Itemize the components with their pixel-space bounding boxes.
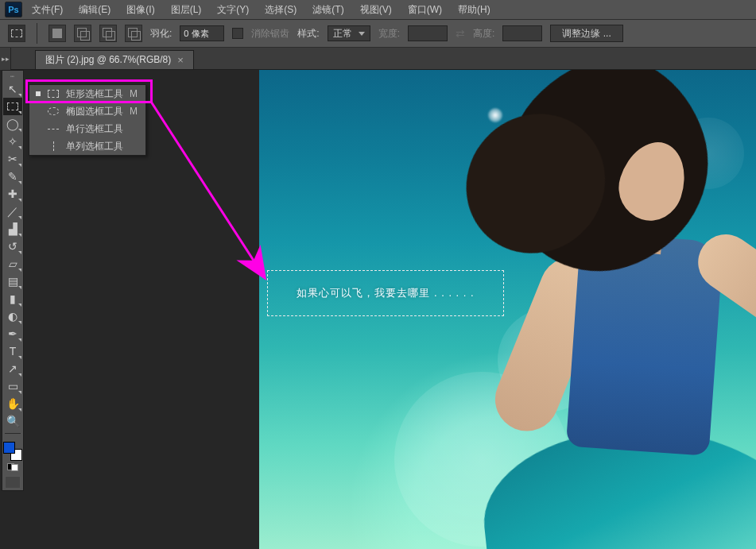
antialias-checkbox[interactable]: [232, 28, 243, 39]
lasso-tool[interactable]: ◯: [3, 115, 22, 133]
type-tool[interactable]: T: [3, 342, 22, 360]
height-input: [502, 25, 542, 41]
active-indicator-icon: [36, 91, 41, 96]
rectangle-marquee-icon: [48, 90, 59, 98]
canvas-image: 如果心可以飞，我要去哪里 . . . . . .: [259, 70, 756, 549]
menu-edit[interactable]: 编辑(E): [72, 1, 117, 19]
width-input: [408, 25, 448, 41]
style-value: 正常: [333, 27, 352, 41]
selection-new[interactable]: [48, 25, 66, 42]
blur-tool[interactable]: ▮: [3, 290, 22, 307]
flyout-item-single-row-marquee[interactable]: 单行选框工具: [29, 120, 145, 137]
menu-file[interactable]: 文件(F): [25, 1, 69, 19]
menu-help[interactable]: 帮助(H): [452, 1, 497, 19]
selection-add[interactable]: [74, 25, 91, 42]
menu-view[interactable]: 视图(V): [354, 1, 398, 19]
height-label: 高度:: [473, 27, 494, 41]
column-marquee-icon: [53, 141, 54, 151]
document-canvas[interactable]: 如果心可以飞，我要去哪里 . . . . . .: [259, 70, 756, 549]
foreground-color[interactable]: [3, 442, 15, 454]
history-brush-tool[interactable]: ↺: [3, 238, 22, 255]
quick-mask-toggle[interactable]: [5, 476, 21, 489]
selection-intersect[interactable]: [125, 25, 142, 42]
toolbox-divider: [5, 433, 21, 434]
toolbox-grip[interactable]: ┅: [2, 72, 23, 80]
hand-tool[interactable]: ✋: [3, 395, 22, 412]
style-dropdown[interactable]: 正常: [328, 25, 370, 41]
menu-type[interactable]: 文字(Y): [211, 1, 255, 19]
menu-select[interactable]: 选择(S): [258, 1, 303, 19]
close-icon[interactable]: ×: [177, 54, 184, 66]
eyedropper-tool[interactable]: ✎: [3, 168, 22, 185]
row-marquee-icon: [48, 129, 59, 130]
eraser-tool[interactable]: ▱: [3, 255, 22, 273]
menu-bar: Ps 文件(F) 编辑(E) 图像(I) 图层(L) 文字(Y) 选择(S) 滤…: [0, 0, 756, 19]
tool-preset-dropdown[interactable]: [8, 25, 25, 42]
default-colors-icon[interactable]: [7, 463, 18, 471]
menu-image[interactable]: 图像(I): [120, 1, 161, 19]
shape-tool[interactable]: ▭: [3, 377, 22, 395]
antialias-label: 消除锯齿: [251, 27, 289, 41]
rectangle-marquee-icon: [7, 102, 18, 110]
ellipse-marquee-icon: [48, 107, 59, 115]
brush-tool[interactable]: ／: [3, 203, 22, 220]
menu-layer[interactable]: 图层(L): [165, 1, 208, 19]
active-selection-marquee[interactable]: 如果心可以飞，我要去哪里 . . . . . .: [267, 270, 504, 316]
refine-edge-button[interactable]: 调整边缘 ...: [550, 25, 622, 42]
feather-input[interactable]: [180, 25, 224, 41]
panel-expander[interactable]: ▸▸: [0, 48, 11, 70]
document-tab-title: 图片 (2).jpg @ 66.7%(RGB/8): [45, 53, 171, 67]
menu-filter[interactable]: 滤镜(T): [306, 1, 350, 19]
workspace: ┅ ↖ ◯ ✧ ✂ ✎ ✚ ／ ▟ ↺ ▱ ▤ ▮ ◐ ✒ T ↗ ▭ ✋ 🔍: [0, 70, 756, 549]
app-logo: Ps: [5, 2, 22, 17]
magic-wand-tool[interactable]: ✧: [3, 133, 22, 150]
marquee-preview-icon: [11, 29, 22, 37]
clone-stamp-tool[interactable]: ▟: [3, 220, 22, 238]
flyout-item-label: 单行选框工具: [66, 122, 131, 136]
flyout-item-rectangular-marquee[interactable]: 矩形选框工具 M: [29, 85, 145, 102]
marquee-tool[interactable]: [3, 98, 22, 115]
width-label: 宽度:: [378, 27, 400, 41]
marquee-flyout-menu: 矩形选框工具 M 椭圆选框工具 M 单行选框工具 单列选框工具: [29, 84, 146, 156]
flyout-item-elliptical-marquee[interactable]: 椭圆选框工具 M: [29, 102, 145, 120]
flyout-item-label: 单列选框工具: [66, 140, 131, 153]
flyout-item-label: 矩形选框工具: [66, 87, 123, 101]
add-selection-icon: [77, 28, 88, 39]
zoom-tool[interactable]: 🔍: [3, 412, 22, 430]
chevron-down-icon: [359, 32, 365, 36]
style-label: 样式:: [297, 27, 319, 41]
crop-tool[interactable]: ✂: [3, 150, 22, 168]
intersect-selection-icon: [128, 28, 139, 39]
swap-dimensions-icon: ⇄: [456, 27, 465, 40]
dodge-tool[interactable]: ◐: [3, 307, 22, 325]
selection-subtract[interactable]: [99, 25, 117, 42]
new-selection-icon: [52, 29, 62, 38]
flyout-item-shortcut: M: [130, 106, 138, 117]
feather-label: 羽化:: [150, 27, 172, 41]
pen-tool[interactable]: ✒: [3, 325, 22, 342]
flyout-item-label: 椭圆选框工具: [66, 105, 123, 118]
flyout-item-single-column-marquee[interactable]: 单列选框工具: [29, 137, 145, 155]
color-swatch[interactable]: [3, 442, 22, 461]
path-selection-tool[interactable]: ↗: [3, 360, 22, 377]
document-tab-bar: 图片 (2).jpg @ 66.7%(RGB/8) ×: [0, 48, 756, 70]
flyout-item-shortcut: M: [130, 88, 138, 99]
toolbox: ┅ ↖ ◯ ✧ ✂ ✎ ✚ ／ ▟ ↺ ▱ ▤ ▮ ◐ ✒ T ↗ ▭ ✋ 🔍: [2, 70, 24, 491]
separator: [37, 23, 37, 44]
refine-edge-label: 调整边缘 ...: [562, 27, 611, 41]
move-tool[interactable]: ↖: [3, 80, 22, 98]
document-tab[interactable]: 图片 (2).jpg @ 66.7%(RGB/8) ×: [35, 50, 194, 69]
subtract-selection-icon: [103, 28, 114, 39]
selection-text-content: 如果心可以飞，我要去哪里 . . . . . .: [297, 286, 474, 300]
healing-brush-tool[interactable]: ✚: [3, 185, 22, 203]
menu-window[interactable]: 窗口(W): [401, 1, 448, 19]
gradient-tool[interactable]: ▤: [3, 273, 22, 290]
svg-line-0: [151, 102, 264, 276]
options-bar: 羽化: 消除锯齿 样式: 正常 宽度: ⇄ 高度: 调整边缘 ...: [0, 19, 756, 48]
